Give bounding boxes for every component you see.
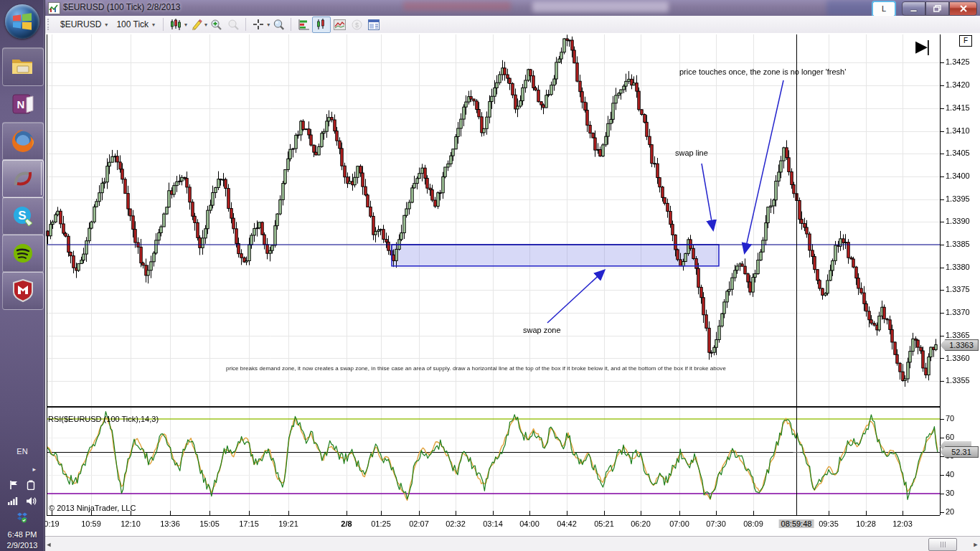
taskbar-item-mcafee[interactable] <box>2 271 44 310</box>
chart-toolbar: $EURUSD ▾ 100 Tick ▾ ▾ <box>44 16 980 34</box>
candlestick-style-icon <box>170 19 182 30</box>
annotation-bottom-note[interactable]: price breaks demand zone, it now creates… <box>226 365 726 372</box>
toolbar-separator <box>163 18 164 31</box>
annotation-swap-zone[interactable]: swap zone <box>523 326 561 334</box>
last-price-marker: 1.3363 <box>940 339 979 351</box>
desktop: N S <box>0 0 980 551</box>
chart-style-button[interactable] <box>167 17 184 32</box>
toolbar-separator <box>245 18 246 31</box>
fixed-scale-button[interactable]: F <box>959 35 972 47</box>
svg-text:S: S <box>18 209 26 222</box>
taskbar-item-spotify[interactable] <box>2 234 44 273</box>
scroll-right-button[interactable]: ► <box>971 537 980 551</box>
svg-text:N: N <box>17 98 25 110</box>
zoom-out-icon <box>227 19 240 31</box>
toolbar-grip[interactable] <box>47 19 52 30</box>
action-center-flag-icon[interactable] <box>9 480 19 490</box>
onenote-icon: N <box>12 93 34 115</box>
ninjatrader-icon <box>11 169 34 188</box>
drawing-tools-button[interactable] <box>187 17 204 32</box>
clock-date: 2/9/2013 <box>0 540 44 551</box>
window-chart-icon <box>48 2 60 14</box>
dropbox-icon[interactable] <box>17 512 28 523</box>
taskbar-item-firefox[interactable] <box>2 122 44 161</box>
zoom-in-button[interactable] <box>207 17 225 32</box>
svg-text:$: $ <box>355 22 359 29</box>
price-chart-canvas[interactable] <box>44 33 980 536</box>
data-box-button[interactable] <box>270 17 287 32</box>
start-button[interactable] <box>5 4 39 39</box>
taskbar-item-skype[interactable]: S <box>2 197 44 235</box>
ninjatrader-chart-window: $EURUSD (100 Tick) 2/8/2013 L $EURUSD ▾ <box>44 0 980 551</box>
line-chart-icon <box>334 19 346 30</box>
market-analyzer-button[interactable] <box>295 17 312 32</box>
magnifier-icon <box>273 19 285 31</box>
zoom-in-icon <box>210 19 222 31</box>
battery-icon[interactable] <box>27 480 35 490</box>
system-tray: EN ▸ <box>0 447 44 551</box>
taskbar-item-onenote[interactable]: N <box>2 85 44 123</box>
scroll-left-button[interactable]: ◄ <box>44 537 53 551</box>
taskbar-item-explorer[interactable] <box>2 47 44 86</box>
annotation-fresh-note[interactable]: price touches once, the zone is no longe… <box>679 67 846 76</box>
close-button[interactable] <box>949 1 977 16</box>
candle-panel-icon <box>316 19 327 30</box>
pencil-icon <box>190 19 202 30</box>
interval-label: 100 Tick <box>116 19 149 29</box>
spotify-icon <box>11 242 34 265</box>
language-indicator[interactable]: EN <box>0 447 44 456</box>
go-to-last-bar-icon[interactable]: ▶| <box>915 39 929 55</box>
chart-area: 1.34251.34201.34151.34101.34051.34001.33… <box>44 33 980 536</box>
crosshair-icon <box>253 19 264 30</box>
horizontal-scrollbar[interactable]: ◄ ► <box>44 536 980 551</box>
indicator-window-button[interactable] <box>331 17 348 32</box>
scrollbar-thumb[interactable] <box>928 538 957 551</box>
show-hidden-icons-button[interactable]: ▸ <box>0 466 44 473</box>
chevron-down-icon: ▾ <box>105 22 108 28</box>
window-title: $EURUSD (100 Tick) 2/8/2013 <box>63 2 180 12</box>
rsi-value-marker: 52.31 <box>940 446 979 458</box>
lock-button[interactable]: L <box>873 2 895 16</box>
instrument-label: $EURUSD <box>60 19 101 29</box>
properties-button[interactable] <box>365 17 382 32</box>
panel-properties-icon <box>368 19 380 30</box>
volume-speaker-icon[interactable] <box>26 496 37 506</box>
chevron-down-icon: ▾ <box>152 22 155 28</box>
taskbar-item-ninjatrader[interactable] <box>2 159 44 198</box>
instrument-dropdown[interactable]: $EURUSD ▾ <box>56 18 112 31</box>
toolbar-separator <box>291 18 291 31</box>
window-titlebar[interactable]: $EURUSD (100 Tick) 2/8/2013 L <box>44 0 980 17</box>
minimize-button[interactable] <box>902 1 925 16</box>
chart-panel-button[interactable] <box>312 17 331 33</box>
skype-icon: S <box>11 204 34 227</box>
cursor-mode-button[interactable] <box>250 17 267 32</box>
windows-taskbar: N S <box>0 0 45 551</box>
clock-time: 6:48 PM <box>0 529 44 540</box>
account-data-button[interactable]: $ <box>348 17 365 32</box>
zoom-out-button[interactable] <box>225 17 242 32</box>
rsi-indicator-label: RSI($EURUSD (100 Tick),14,3) <box>48 415 159 423</box>
windows-logo-icon <box>12 12 32 31</box>
restore-button[interactable] <box>925 1 949 16</box>
background-window-smudge <box>532 1 669 12</box>
explorer-folder-icon <box>11 57 35 77</box>
dollar-icon: $ <box>352 19 362 30</box>
interval-dropdown[interactable]: 100 Tick ▾ <box>112 18 159 31</box>
analyzer-bars-icon <box>298 19 310 30</box>
mcafee-shield-icon <box>12 279 34 302</box>
network-signal-icon[interactable] <box>8 496 19 505</box>
copyright-label: © 2013 NinjaTrader, LLC <box>49 504 136 512</box>
annotation-swap-line[interactable]: swap line <box>675 149 708 157</box>
background-window-smudge <box>403 1 511 11</box>
taskbar-clock[interactable]: 6:48 PM 2/9/2013 <box>0 529 44 551</box>
firefox-icon <box>11 129 35 154</box>
